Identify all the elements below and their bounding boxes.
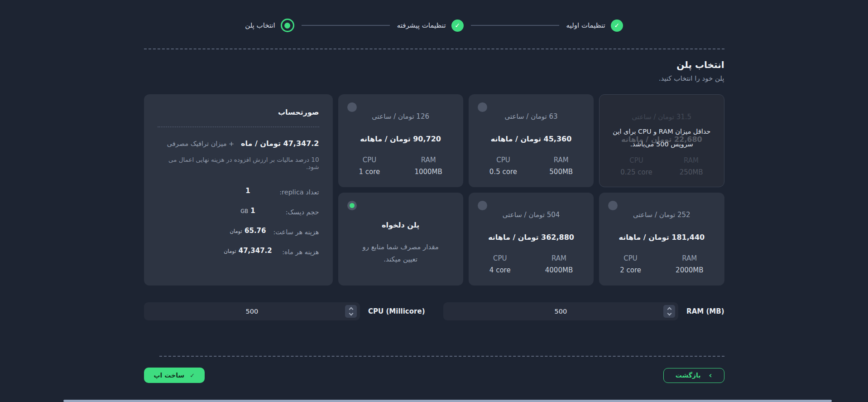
ram-label: RAM — [551, 254, 566, 262]
row-unit: تومان — [230, 228, 242, 234]
check-icon: ✓ — [455, 22, 460, 29]
plan-monthly-price: 90,720 تومان / ماهانه — [347, 135, 454, 143]
invoice-title: صورتحساب — [158, 108, 319, 116]
invoice-traffic-note: + میزان ترافیک مصرفی — [167, 140, 235, 147]
stepper-connector — [471, 25, 559, 26]
ram-value: 500MB — [549, 168, 573, 176]
cpu-field — [144, 302, 360, 320]
plan-hourly-price: 126 تومان / ساعتی — [347, 112, 454, 121]
plan-radio[interactable] — [347, 102, 357, 112]
bottom-dashed-divider — [159, 356, 724, 357]
plan-monthly-price: 45,360 تومان / ماهانه — [478, 135, 585, 143]
radio-dot — [350, 203, 355, 208]
invoice-vat-note: 10 درصد مالیات بر ارزش افزوده در هزینه ن… — [158, 156, 319, 170]
plan-monthly-price: 181,440 تومان / ماهانه — [608, 233, 715, 242]
invoice-row-replica: تعداد replica: 1 — [158, 188, 319, 199]
plan-hourly-price: 63 تومان / ساعتی — [478, 112, 585, 121]
invoice-monthly-total: 47,347.2 تومان / ماه — [241, 139, 319, 148]
custom-plan-description: مقدار مصرف شما منابع رو تعیین میکند. — [347, 241, 454, 266]
row-label: حجم دیسک: — [286, 208, 319, 216]
ram-value: 2000MB — [676, 266, 703, 274]
back-button-label: بازگشت — [676, 372, 701, 379]
plan-selection-page: ✓ تنظیمات اولیه ✓ تنظیمات پیشرفته انتخاب… — [0, 0, 868, 402]
row-value: 65.76 — [245, 227, 266, 235]
plan-card-252[interactable]: 252 تومان / ساعتی 181,440 تومان / ماهانه… — [599, 193, 724, 286]
step-label: انتخاب پلن — [245, 21, 275, 29]
plan-card-63[interactable]: 63 تومان / ساعتی 45,360 تومان / ماهانه C… — [469, 94, 594, 187]
cpu-label: CPU — [496, 156, 510, 164]
custom-resource-inputs: RAM (MB) CPU (Millicore) — [144, 302, 724, 320]
ram-label: RAM — [421, 156, 436, 164]
cpu-label: CPU — [623, 254, 638, 262]
wizard-stepper: ✓ تنظیمات اولیه ✓ تنظیمات پیشرفته انتخاب… — [0, 0, 868, 32]
horizontal-scrollbar[interactable] — [63, 400, 832, 402]
plan-radio-selected[interactable] — [347, 201, 357, 210]
ram-label: RAM — [682, 254, 697, 262]
cpu-value: 0.25 core — [620, 168, 652, 176]
ram-input-group: RAM (MB) — [443, 302, 724, 320]
step-label: تنظیمات پیشرفته — [397, 21, 446, 29]
chevron-down-icon[interactable] — [349, 311, 353, 316]
step-advanced-settings[interactable]: ✓ تنظیمات پیشرفته — [397, 19, 464, 32]
step-label: تنظیمات اولیه — [566, 21, 605, 29]
actions-row: › بازگشت ✓ ساخت اپ — [144, 368, 724, 383]
step-current-icon — [281, 19, 294, 32]
ram-label: RAM — [684, 156, 699, 165]
row-value: 47,347.2 — [239, 247, 272, 255]
cpu-input[interactable] — [144, 308, 360, 315]
back-button[interactable]: › بازگشت — [663, 368, 724, 383]
step-completed-icon: ✓ — [451, 19, 464, 32]
plan-radio[interactable] — [608, 201, 618, 210]
invoice-card: صورتحساب 47,347.2 تومان / ماه + میزان تر… — [144, 94, 333, 286]
ram-value: 250MB — [680, 168, 703, 176]
plans-grid: 31.5 تومان / ساعتی 22,680 تومان / ماهانه… — [144, 94, 724, 286]
create-app-button-label: ساخت اپ — [154, 372, 185, 379]
plan-card-disabled: 31.5 تومان / ساعتی 22,680 تومان / ماهانه… — [599, 94, 724, 187]
cpu-value: 1 core — [359, 168, 380, 176]
row-value: 1 — [245, 187, 250, 195]
page-subtitle: پلن خود را انتخاب کنید. — [144, 74, 724, 82]
invoice-rows: تعداد replica: 1 حجم دیسک: 1 GB هزینه هر… — [158, 188, 319, 258]
ram-label: RAM — [554, 156, 569, 164]
invoice-row-monthly-cost: هزینه هر ماه: 47,347.2 تومان — [158, 247, 319, 258]
ram-input-label: RAM (MB) — [686, 307, 724, 315]
invoice-price-line: 47,347.2 تومان / ماه + میزان ترافیک مصرف… — [158, 139, 319, 148]
chevron-right-icon: › — [709, 372, 712, 379]
cpu-input-group: CPU (Millicore) — [144, 302, 425, 320]
plan-hourly-price: 31.5 تومان / ساعتی — [609, 113, 715, 121]
cpu-label: CPU — [629, 156, 643, 165]
cpu-value: 0.5 core — [489, 168, 517, 176]
step-initial-settings[interactable]: ✓ تنظیمات اولیه — [566, 19, 623, 32]
ram-value: 1000MB — [414, 168, 442, 176]
row-unit: تومان — [224, 248, 236, 254]
row-label: هزینه هر ماه: — [282, 248, 319, 256]
page-title: انتخاب پلن — [144, 59, 724, 70]
minimum-requirements-note: حداقل میزان RAM و CPU برای این سرویس 500… — [607, 126, 716, 150]
ram-stepper[interactable] — [663, 305, 675, 318]
step-select-plan[interactable]: انتخاب پلن — [245, 19, 294, 32]
top-dashed-divider — [144, 48, 724, 49]
plan-radio[interactable] — [478, 201, 487, 210]
current-step-dot — [284, 23, 290, 29]
invoice-row-hourly-cost: هزینه هر ساعت: 65.76 تومان — [158, 228, 319, 238]
ram-field — [443, 302, 679, 320]
chevron-down-icon[interactable] — [667, 311, 671, 316]
ram-value: 4000MB — [545, 266, 573, 274]
row-value: 1 — [250, 207, 255, 215]
cpu-value: 4 core — [489, 266, 511, 274]
invoice-dotted-divider — [158, 126, 319, 127]
plan-monthly-price: 362,880 تومان / ماهانه — [478, 233, 585, 242]
custom-plan-title: پلن دلخواه — [347, 221, 454, 229]
cpu-label: CPU — [493, 254, 507, 262]
ram-input[interactable] — [443, 308, 679, 315]
plan-hourly-price: 252 تومان / ساعتی — [608, 211, 715, 219]
cpu-label: CPU — [363, 156, 377, 164]
plan-radio[interactable] — [478, 102, 487, 112]
check-icon: ✓ — [190, 372, 195, 379]
plan-card-126[interactable]: 126 تومان / ساعتی 90,720 تومان / ماهانه … — [338, 94, 463, 187]
cpu-stepper[interactable] — [345, 305, 357, 318]
create-app-button[interactable]: ✓ ساخت اپ — [144, 368, 205, 383]
plan-card-504[interactable]: 504 تومان / ساعتی 362,880 تومان / ماهانه… — [469, 193, 594, 286]
invoice-row-disk: حجم دیسک: 1 GB — [158, 208, 319, 218]
plan-card-custom[interactable]: پلن دلخواه مقدار مصرف شما منابع رو تعیین… — [338, 193, 463, 286]
